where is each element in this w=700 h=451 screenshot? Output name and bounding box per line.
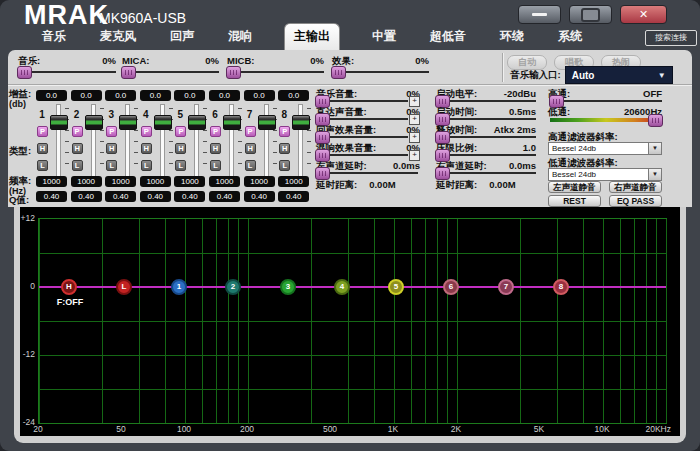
fader-tick bbox=[238, 108, 242, 109]
fader-tick bbox=[65, 152, 69, 153]
param-button[interactable]: P bbox=[279, 126, 290, 137]
gain-value-box: 0.0 bbox=[209, 90, 240, 101]
high-type-button[interactable]: H bbox=[175, 143, 186, 154]
param-button[interactable]: P bbox=[72, 126, 83, 137]
mute-left-button[interactable]: 左声道静音 bbox=[548, 181, 601, 193]
tab-4[interactable]: 混响 bbox=[226, 24, 254, 50]
high-type-button[interactable]: H bbox=[210, 143, 221, 154]
tab-6[interactable]: 中置 bbox=[370, 24, 398, 50]
top-slider-handle[interactable] bbox=[121, 66, 136, 79]
tab-3[interactable]: 回声 bbox=[168, 24, 196, 50]
tab-7[interactable]: 超低音 bbox=[428, 24, 468, 50]
high-type-button[interactable]: H bbox=[141, 143, 152, 154]
fader-tick bbox=[273, 130, 277, 131]
eq-channel-8: 0.08PHL10000.40 bbox=[278, 88, 311, 206]
eq-marker-3[interactable]: 3 bbox=[280, 279, 296, 295]
low-type-button[interactable]: L bbox=[245, 160, 256, 171]
tab-5[interactable]: 主输出 bbox=[284, 23, 340, 50]
mixer-row-slider[interactable] bbox=[316, 172, 418, 174]
search-connect-button[interactable]: 搜索连接 bbox=[645, 30, 697, 46]
fader-handle[interactable] bbox=[223, 115, 241, 130]
param-button[interactable]: P bbox=[37, 126, 48, 137]
eq-pass-button[interactable]: EQ PASS bbox=[609, 195, 662, 207]
eq-marker-5[interactable]: 5 bbox=[388, 279, 404, 295]
fader-handle[interactable] bbox=[50, 115, 68, 130]
low-type-button[interactable]: L bbox=[279, 160, 290, 171]
eq-marker-H[interactable]: H bbox=[61, 279, 77, 295]
mixer-row-slider[interactable] bbox=[316, 136, 408, 138]
mixer-row-slider[interactable] bbox=[436, 118, 536, 120]
gain-unit-label: (db) bbox=[9, 99, 26, 109]
low-type-button[interactable]: L bbox=[210, 160, 221, 171]
top-slider-1: 音乐:0% bbox=[18, 55, 116, 81]
tab-8[interactable]: 环绕 bbox=[498, 24, 526, 50]
lp-slider-handle[interactable] bbox=[648, 114, 663, 127]
fader-handle[interactable] bbox=[154, 115, 172, 130]
low-type-button[interactable]: L bbox=[106, 160, 117, 171]
param-button[interactable]: P bbox=[210, 126, 221, 137]
mute-right-button[interactable]: 右声道静音 bbox=[609, 181, 662, 193]
minimize-button[interactable] bbox=[518, 5, 561, 24]
top-slider-track[interactable] bbox=[122, 71, 219, 73]
close-button[interactable]: ✕ bbox=[620, 5, 667, 24]
fader-handle[interactable] bbox=[85, 115, 103, 130]
lp-slider[interactable] bbox=[550, 118, 662, 122]
eq-marker-L[interactable]: L bbox=[116, 279, 132, 295]
mixer-row-slider[interactable] bbox=[436, 154, 536, 156]
param-button[interactable]: P bbox=[106, 126, 117, 137]
eq-marker-8[interactable]: 8 bbox=[553, 279, 569, 295]
high-type-button[interactable]: H bbox=[245, 143, 256, 154]
freq-value-box: 1000 bbox=[209, 176, 240, 187]
mixer-row-slider[interactable] bbox=[436, 100, 536, 102]
param-button[interactable]: P bbox=[141, 126, 152, 137]
fader-handle[interactable] bbox=[188, 115, 206, 130]
hp-slider[interactable] bbox=[550, 100, 662, 102]
high-type-button[interactable]: H bbox=[106, 143, 117, 154]
fader-handle[interactable] bbox=[119, 115, 137, 130]
top-slider-handle[interactable] bbox=[17, 66, 32, 79]
lp-slope-dropdown[interactable]: Bessel 24db ▼ bbox=[548, 168, 662, 181]
high-type-button[interactable]: H bbox=[72, 143, 83, 154]
mixer-row-value: 1.0 bbox=[523, 142, 536, 153]
low-type-button[interactable]: L bbox=[141, 160, 152, 171]
rest-button[interactable]: REST bbox=[548, 195, 601, 207]
eq-marker-6[interactable]: 6 bbox=[443, 279, 459, 295]
tab-9[interactable]: 系统 bbox=[556, 24, 584, 50]
low-type-button[interactable]: L bbox=[72, 160, 83, 171]
top-slider-handle[interactable] bbox=[226, 66, 241, 79]
low-type-button[interactable]: L bbox=[37, 160, 48, 171]
high-type-button[interactable]: H bbox=[279, 143, 290, 154]
fader-tick bbox=[203, 152, 207, 153]
hp-slope-dropdown[interactable]: Bessel 24db ▼ bbox=[548, 142, 662, 155]
fader-tick bbox=[307, 141, 311, 142]
plot-area: HL12345678F:OFF bbox=[38, 218, 667, 424]
mixer-row-slider[interactable] bbox=[316, 154, 408, 156]
fader-tick bbox=[273, 152, 277, 153]
top-slider-handle[interactable] bbox=[331, 66, 346, 79]
mixer-row-slider[interactable] bbox=[316, 118, 408, 120]
eq-marker-7[interactable]: 7 bbox=[498, 279, 514, 295]
low-type-button[interactable]: L bbox=[175, 160, 186, 171]
eq-marker-2[interactable]: 2 bbox=[225, 279, 241, 295]
tab-2[interactable]: 麦克风 bbox=[98, 24, 138, 50]
top-slider-track[interactable] bbox=[18, 71, 116, 73]
tab-1[interactable]: 音乐 bbox=[40, 24, 68, 50]
maximize-button[interactable] bbox=[569, 5, 612, 24]
mixer-row-slider[interactable] bbox=[436, 172, 536, 174]
top-slider-track[interactable] bbox=[227, 71, 324, 73]
param-button[interactable]: P bbox=[245, 126, 256, 137]
music-input-dropdown[interactable]: Auto ▼ bbox=[565, 66, 673, 84]
fader-handle[interactable] bbox=[292, 115, 310, 130]
fader-tick bbox=[100, 130, 104, 131]
high-type-button[interactable]: H bbox=[37, 143, 48, 154]
fader-tick bbox=[134, 152, 138, 153]
param-button[interactable]: P bbox=[175, 126, 186, 137]
mixer-row-slider[interactable] bbox=[316, 100, 408, 102]
minimize-icon bbox=[532, 13, 547, 16]
fader-handle[interactable] bbox=[258, 115, 276, 130]
mixer-row-slider[interactable] bbox=[436, 136, 536, 138]
eq-marker-1[interactable]: 1 bbox=[171, 279, 187, 295]
top-slider-track[interactable] bbox=[332, 71, 429, 73]
q-value-box: 0.40 bbox=[174, 191, 205, 202]
eq-marker-4[interactable]: 4 bbox=[334, 279, 350, 295]
